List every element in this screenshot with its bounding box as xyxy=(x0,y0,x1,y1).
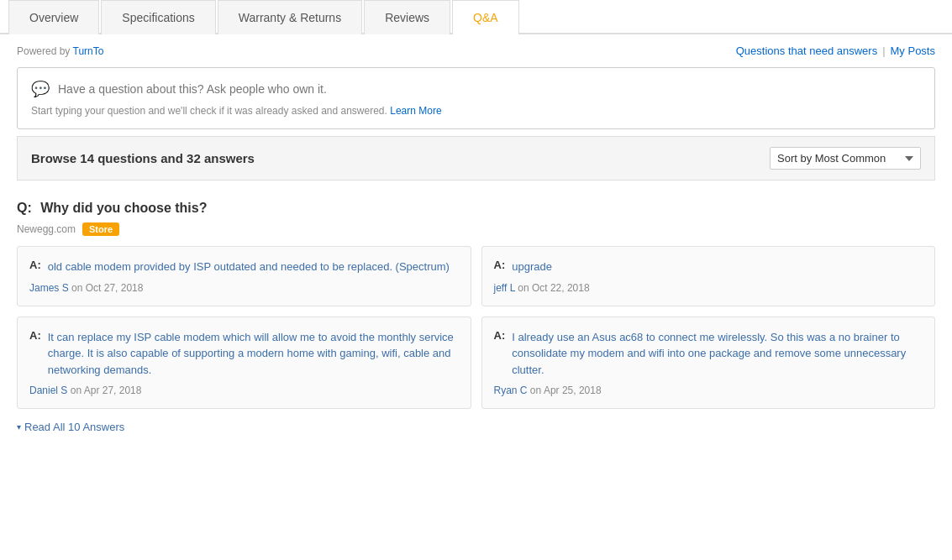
turnto-link[interactable]: TurnTo xyxy=(73,45,104,57)
tab-reviews[interactable]: Reviews xyxy=(364,0,450,34)
answer-content-3: A: It can replace my ISP cable modem whi… xyxy=(29,329,459,379)
learn-more-link[interactable]: Learn More xyxy=(390,105,441,117)
answer-author-link-1[interactable]: James S xyxy=(29,282,69,294)
question-input-row: 💬 xyxy=(31,80,921,98)
answer-content-4: A: I already use an Asus ac68 to connect… xyxy=(494,329,923,379)
link-separator: | xyxy=(882,44,885,57)
question-meta: Newegg.com Store xyxy=(17,222,935,236)
answer-author-2: jeff L on Oct 22, 2018 xyxy=(494,282,923,294)
chevron-down-icon: ▾ xyxy=(17,422,21,432)
answer-text-1: old cable modem provided by ISP outdated… xyxy=(48,259,450,275)
answer-author-link-4[interactable]: Ryan C xyxy=(494,385,528,396)
answer-content-2: A: upgrade xyxy=(494,259,923,275)
question-input[interactable] xyxy=(58,82,921,96)
answer-prefix-1: A: xyxy=(29,259,41,275)
tab-specifications[interactable]: Specifications xyxy=(101,0,215,34)
tab-bar: Overview Specifications Warranty & Retur… xyxy=(0,0,952,34)
browse-title: Browse 14 questions and 32 answers xyxy=(31,151,255,165)
top-links: Questions that need answers | My Posts xyxy=(736,44,935,57)
answer-author-link-2[interactable]: jeff L xyxy=(494,282,515,294)
answer-content-1: A: old cable modem provided by ISP outda… xyxy=(29,259,459,275)
question-source: Newegg.com xyxy=(17,223,76,235)
answer-text-2: upgrade xyxy=(512,259,552,275)
sort-select[interactable]: Sort by Most CommonSort by Most RecentSo… xyxy=(770,147,921,170)
answer-prefix-4: A: xyxy=(494,329,506,379)
question-hint: Start typing your question and we'll che… xyxy=(31,105,921,117)
read-all-answers-link[interactable]: ▾ Read All 10 Answers xyxy=(17,421,935,433)
answer-prefix-2: A: xyxy=(494,259,506,275)
answer-date-4: on Apr 25, 2018 xyxy=(530,385,602,396)
answer-author-4: Ryan C on Apr 25, 2018 xyxy=(494,385,923,396)
answer-card-4: A: I already use an Asus ac68 to connect… xyxy=(481,317,936,410)
tab-warranty-returns[interactable]: Warranty & Returns xyxy=(218,0,362,34)
answers-grid: A: old cable modem provided by ISP outda… xyxy=(17,246,935,409)
question-input-box: 💬 Start typing your question and we'll c… xyxy=(17,67,935,129)
question-text: Why did you choose this? xyxy=(40,201,207,215)
question-prefix: Q: xyxy=(17,201,32,215)
chat-bubble-icon: 💬 xyxy=(31,80,50,98)
answer-date-1: on Oct 27, 2018 xyxy=(71,282,143,294)
tab-qa[interactable]: Q&A xyxy=(452,0,519,34)
answer-date-3: on Apr 27, 2018 xyxy=(71,385,142,396)
answer-card-1: A: old cable modem provided by ISP outda… xyxy=(17,246,471,306)
answer-text-4: I already use an Asus ac68 to connect me… xyxy=(512,329,923,379)
main-content: Powered by TurnTo Questions that need an… xyxy=(0,34,952,467)
powered-by-row: Powered by TurnTo Questions that need an… xyxy=(17,44,935,57)
questions-need-answers-link[interactable]: Questions that need answers xyxy=(736,44,877,57)
answer-date-2: on Oct 22, 2018 xyxy=(518,282,589,294)
answer-author-1: James S on Oct 27, 2018 xyxy=(29,282,459,294)
powered-by-text: Powered by TurnTo xyxy=(17,45,103,57)
tab-overview[interactable]: Overview xyxy=(8,0,99,34)
answer-text-3: It can replace my ISP cable modem which … xyxy=(48,329,459,379)
answer-author-link-3[interactable]: Daniel S xyxy=(29,385,67,396)
read-all-label: Read All 10 Answers xyxy=(24,421,124,433)
my-posts-link[interactable]: My Posts xyxy=(891,44,935,57)
question-label: Q: Why did you choose this? xyxy=(17,201,935,216)
answer-card-2: A: upgrade jeff L on Oct 22, 2018 xyxy=(481,246,936,306)
question-section: Q: Why did you choose this? Newegg.com S… xyxy=(17,201,935,433)
answer-author-3: Daniel S on Apr 27, 2018 xyxy=(29,385,459,396)
answer-card-3: A: It can replace my ISP cable modem whi… xyxy=(17,317,471,410)
store-badge: Store xyxy=(82,222,119,236)
browse-header: Browse 14 questions and 32 answers Sort … xyxy=(17,136,935,181)
answer-prefix-3: A: xyxy=(29,329,41,379)
